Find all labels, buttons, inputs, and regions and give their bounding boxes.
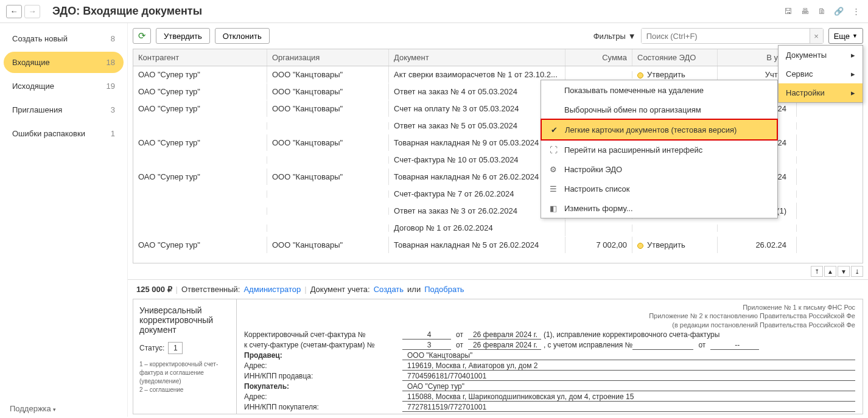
sidebar-item-invitations[interactable]: Приглашения 3 [4,99,124,120]
status-dot-icon [637,72,643,78]
submenu-light-cards[interactable]: ✔ Легкие карточки документов (тестовая в… [541,119,778,141]
seller-addr: 119619, Москва г, Авиаторов ул, дом 2 [402,361,855,371]
sidebar-create-count: 8 [111,34,115,43]
amount-value: 125 000 ₽ [136,285,172,294]
cell-organization: ООО "Канцтовары" [267,83,389,100]
cell-organization: ООО "Канцтовары" [267,134,389,151]
list-icon: ☰ [548,184,558,193]
or-text: или [407,285,421,294]
col-counterparty[interactable]: Контрагент [133,49,267,66]
r1-date: 26 февраля 2024 г. [468,330,541,340]
sidebar-item-errors[interactable]: Ошибки распаковки 1 [4,123,124,144]
addr-label: Адрес: [244,361,402,371]
r2-num: 3 [402,341,451,350]
cell-counterparty [133,190,267,198]
sidebar-item-count: 1 [111,129,115,138]
cell-counterparty: ОАО "Супер тур" [133,66,267,83]
r2-dash: -- [710,341,759,350]
filters-toggle[interactable]: Фильтры ▼ [593,32,636,41]
kebab-icon[interactable]: ⋮ [850,5,862,18]
support-link[interactable]: Поддержка ▾ [10,404,56,413]
preview-status-value: 1 [168,342,183,354]
sidebar-item-label: Исходящие [12,82,54,91]
submenu-full-ui[interactable]: ⛶ Перейти на расширенный интерфейс [541,140,777,159]
approve-button[interactable]: Утвердить [156,28,210,44]
preview-right-note-3: (в редакции постановлений Правительства … [244,321,855,329]
chevron-down-icon: ▼ [628,32,636,41]
responsible-link[interactable]: Администратор [243,285,301,294]
submenu-edo-settings[interactable]: ⚙ Настройки ЭДО [541,159,777,179]
create-link[interactable]: Создать [374,285,404,294]
buyer-inn-label: ИНН/КПП покупателя: [244,403,402,412]
print-icon[interactable]: 🖶 [799,5,811,18]
sidebar-item-outbox[interactable]: Исходящие 19 [4,75,124,97]
r1-date-label: от [451,330,468,340]
cell-document: Договор № 1 от 26.02.2024 [389,220,565,236]
preview-right-note-1: Приложение № 1 к письму ФНС Рос [244,303,855,312]
gear-icon: ⚙ [548,164,558,174]
cell-organization: ООО "Канцтовары" [267,237,389,253]
submenu-selective-exchange[interactable]: Выборочный обмен по организациям [541,100,777,119]
chevron-right-icon: ▸ [851,69,855,78]
table-row[interactable]: Договор № 1 от 26.02.2024 [133,220,863,237]
buyer-addr: 115088, Москва г, Шарикоподшипниковская … [402,392,855,402]
search-input[interactable] [642,29,810,43]
more-button[interactable]: Еще ▼ [828,28,863,44]
nav-back-button[interactable]: ← [6,5,22,18]
more-menu: Документы ▸ Сервис ▸ Настройки ▸ [778,45,863,103]
cell-accounting [718,225,797,232]
cell-counterparty [133,225,267,232]
cell-counterparty: ОАО "Супер тур" [133,169,267,185]
preview-icon[interactable]: 🗎 [816,5,828,18]
r2-extra: , с учетом исправления № [541,341,633,350]
col-organization[interactable]: Организация [267,49,389,66]
menu-settings-label: Настройки [786,88,825,97]
cell-document: Акт сверки взаиморасчетов № 1 от 23.10.2… [389,66,565,83]
scroll-down-button[interactable]: ▼ [838,266,850,277]
submenu-change-form[interactable]: ◧ Изменить форму... [541,198,777,218]
scroll-bottom-button[interactable]: ⤓ [851,266,863,277]
pick-link[interactable]: Подобрать [424,285,464,294]
scroll-top-button[interactable]: ⤒ [811,266,823,277]
col-sum[interactable]: Сумма [565,49,632,66]
col-document[interactable]: Документ [389,49,565,66]
reject-button[interactable]: Отклонить [215,28,270,44]
col-state[interactable]: Состояние ЭДО [632,49,718,66]
r1-num: 4 [402,330,451,340]
scroll-up-button[interactable]: ▲ [824,266,836,277]
cell-document: Товарная накладная № 6 от 26.02.2024 [389,169,565,185]
sidebar-item-inbox[interactable]: Входящие 18 [4,52,124,73]
save-icon[interactable]: 🖫 [782,5,794,18]
refresh-button[interactable]: ⟳ [133,28,151,44]
cell-counterparty [133,207,267,215]
cell-counterparty: ОАО "Супер тур" [133,134,267,151]
cell-counterparty: ОАО "Супер тур" [133,100,267,117]
responsible-label: Ответственный: [181,285,240,294]
cell-document: Ответ на заказ № 3 от 26.02.2024 [389,203,565,219]
menu-service[interactable]: Сервис ▸ [779,64,863,83]
cell-document: Счет-фактура № 10 от 05.03.2024 [389,152,565,168]
settings-submenu: Показывать помеченные на удаление Выборо… [541,80,778,218]
menu-settings[interactable]: Настройки ▸ [779,83,863,102]
submenu-configure-list[interactable]: ☰ Настроить список [541,179,777,198]
page-title: ЭДО: Входящие документы [52,5,782,18]
cell-counterparty [133,156,267,164]
buyer-value: ОАО "Супер тур" [402,382,855,391]
submenu-show-marked[interactable]: Показывать помеченные на удаление [541,80,777,100]
seller-value: ООО "Канцтовары" [402,351,855,360]
blank-icon [548,85,558,95]
search-clear-button[interactable]: × [810,29,823,43]
table-row[interactable]: ОАО "Супер тур"ООО "Канцтовары"Товарная … [133,237,863,254]
link-icon[interactable]: 🔗 [833,5,845,18]
nav-forward-button[interactable]: → [24,5,40,18]
cell-counterparty: ОАО "Супер тур" [133,83,267,100]
sidebar-item-count: 19 [107,82,115,91]
filters-label: Фильтры [593,32,626,41]
cell-organization: ООО "Канцтовары" [267,100,389,117]
sidebar-create-new[interactable]: Создать новый 8 [4,28,124,49]
chevron-right-icon: ▸ [851,51,855,60]
menu-documents[interactable]: Документы ▸ [779,46,863,64]
chevron-right-icon: ▸ [851,88,855,97]
cell-sum [565,225,632,232]
check-icon: ✔ [549,125,559,134]
